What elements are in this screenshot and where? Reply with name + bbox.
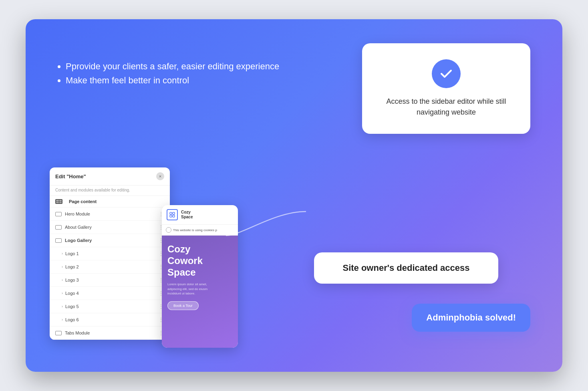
list-item[interactable]: › Logo 6 ⋮ (50, 313, 170, 327)
svg-rect-2 (170, 215, 172, 217)
svg-rect-1 (173, 212, 175, 214)
edit-panel-subtitle: Content and modules available for editin… (50, 185, 170, 196)
edit-panel-header: Edit "Home" × (50, 167, 170, 185)
list-item[interactable]: Logo Gallery ⋮ (50, 234, 170, 247)
chevron-icon: › (62, 304, 63, 308)
owner-card-text: Site owner's dedicated access (327, 263, 485, 273)
brand-name: CozySpace (181, 210, 193, 220)
page-content-icon (55, 199, 62, 204)
chevron-icon: › (62, 278, 63, 282)
svg-rect-0 (170, 212, 172, 214)
chevron-icon: › (62, 291, 63, 295)
mobile-hero: CozyCoworkSpace Lorem ipsum dolor sit am… (162, 236, 238, 348)
edit-panel-title: Edit "Home" (55, 173, 86, 179)
logo6-label: Logo 6 (65, 317, 79, 322)
list-item[interactable]: Page content (50, 196, 170, 208)
logo4-label: Logo 4 (65, 291, 79, 296)
main-card: Pprovide your clients a safer, easier ed… (26, 19, 562, 372)
list-item[interactable]: › Logo 1 ⋮ (50, 247, 170, 260)
feature-item-1: Pprovide your clients a safer, easier ed… (66, 59, 279, 73)
bullet-section: Pprovide your clients a safer, easier ed… (58, 59, 279, 87)
brand-logo (167, 209, 178, 220)
adminphobia-card-text: Adminphobia solved! (426, 312, 516, 323)
cookie-bar: This website is using cookies p (162, 225, 238, 236)
check-circle (432, 59, 461, 88)
book-tour-button[interactable]: Book a Tour (167, 301, 199, 310)
list-item[interactable]: › Logo 2 ⋮ (50, 260, 170, 274)
page-content-label: Page content (69, 199, 97, 204)
hero-body: Lorem ipsum dolor sit amet,adipiscing el… (167, 282, 232, 296)
checkmark-icon (439, 67, 453, 81)
tabs-module-label: Tabs Module (65, 331, 90, 335)
list-item[interactable]: › Logo 5 ⋮ (50, 300, 170, 313)
logo5-label: Logo 5 (65, 304, 79, 309)
hero-module-label: Hero Module (65, 212, 90, 216)
module-icon (55, 212, 62, 216)
chevron-icon: › (62, 318, 63, 322)
list-item[interactable]: Hero Module ⋮ (50, 208, 170, 221)
owner-card: Site owner's dedicated access (314, 252, 498, 284)
edit-panel: Edit "Home" × Content and modules availa… (50, 167, 170, 340)
list-item[interactable]: Tabs Module ⋮ (50, 327, 170, 340)
about-gallery-label: About Gallery (65, 225, 92, 230)
list-item[interactable]: About Gallery ⋮ (50, 221, 170, 234)
mobile-preview: CozySpace This website is using cookies … (162, 205, 238, 348)
cozy-space-logo-icon (169, 212, 175, 218)
chevron-icon: › (62, 265, 63, 269)
hero-title: CozyCoworkSpace (167, 244, 232, 278)
list-item[interactable]: › Logo 3 ⋮ (50, 274, 170, 287)
module-icon (55, 331, 62, 335)
cookie-icon (166, 227, 171, 233)
cookie-text: This website is using cookies p (173, 228, 217, 232)
logo3-label: Logo 3 (65, 278, 79, 282)
module-icon (55, 225, 62, 230)
list-item[interactable]: › Logo 4 ⋮ (50, 287, 170, 300)
chevron-icon: › (62, 252, 63, 256)
module-icon (55, 238, 62, 243)
mobile-nav: CozySpace (162, 205, 238, 225)
feature-list: Pprovide your clients a safer, easier ed… (58, 59, 279, 87)
svg-rect-3 (173, 215, 175, 217)
edit-panel-close-button[interactable]: × (156, 172, 164, 180)
feature-item-2: Make them feel better in control (66, 73, 279, 87)
access-card: Access to the sidebar editor while still… (362, 43, 530, 134)
logo1-label: Logo 1 (65, 251, 79, 256)
logo2-label: Logo 2 (65, 264, 79, 269)
adminphobia-card: Adminphobia solved! (412, 304, 530, 332)
logo-gallery-label: Logo Gallery (65, 238, 92, 243)
access-card-text: Access to the sidebar editor while still… (377, 96, 516, 118)
